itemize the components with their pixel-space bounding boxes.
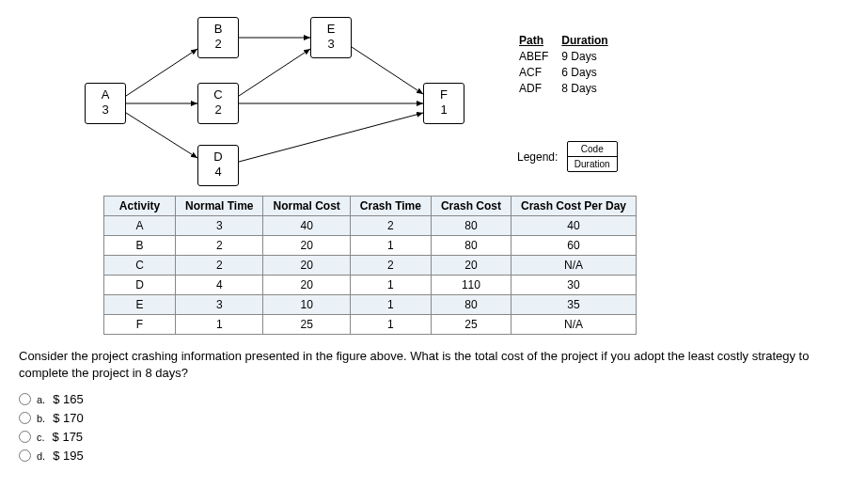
node-d: D 4	[197, 145, 239, 186]
table-cell: 60	[511, 236, 636, 256]
node-duration: 1	[424, 102, 464, 118]
table-row: A34028040	[104, 216, 637, 236]
option-text: $ 195	[53, 449, 84, 463]
legend: Legend: Code Duration	[517, 141, 618, 172]
table-cell: 20	[431, 256, 511, 276]
paths-summary: Path Duration ABEF9 Days ACF6 Days ADF8 …	[517, 32, 622, 98]
node-code: C	[198, 87, 238, 102]
option-a[interactable]: a. $ 165	[19, 392, 831, 406]
path-name: ABEF	[519, 50, 559, 64]
paths-header-path: Path	[519, 34, 559, 48]
table-cell: 40	[263, 216, 350, 236]
legend-code: Code	[568, 142, 617, 157]
table-cell: 1	[176, 315, 263, 335]
legend-label: Legend:	[517, 150, 558, 164]
node-duration: 4	[198, 165, 238, 180]
svg-line-0	[126, 49, 197, 96]
table-cell: 80	[431, 236, 511, 256]
table-row: F125125N/A	[104, 315, 637, 335]
node-e: E 3	[310, 17, 352, 58]
option-b[interactable]: b. $ 170	[19, 411, 831, 425]
table-cell: 1	[350, 295, 431, 315]
th-crash-cost: Crash Cost	[431, 197, 511, 216]
legend-node: Code Duration	[567, 141, 618, 172]
node-f: F 1	[423, 83, 464, 124]
table-cell: 2	[176, 256, 263, 276]
th-normal-time: Normal Time	[176, 197, 263, 216]
node-duration: 3	[311, 37, 351, 52]
table-cell: 110	[431, 276, 511, 295]
table-cell: B	[104, 236, 176, 256]
table-cell: A	[104, 216, 176, 236]
node-code: E	[311, 22, 351, 37]
table-cell: 30	[511, 276, 636, 295]
node-b: B 2	[197, 17, 239, 58]
option-a-radio[interactable]	[19, 393, 31, 405]
table-cell: C	[104, 256, 176, 276]
node-code: B	[198, 22, 238, 37]
option-b-radio[interactable]	[19, 412, 31, 424]
legend-duration: Duration	[568, 157, 617, 171]
table-cell: 3	[176, 216, 263, 236]
table-cell: 10	[263, 295, 350, 315]
table-cell: 35	[511, 295, 636, 315]
table-cell: 3	[176, 295, 263, 315]
node-code: A	[86, 87, 125, 102]
svg-line-2	[126, 113, 197, 158]
table-cell: 25	[263, 315, 350, 335]
table-cell: 2	[176, 236, 263, 256]
path-duration: 8 Days	[561, 82, 619, 96]
option-letter: a.	[37, 394, 45, 405]
table-cell: 2	[350, 256, 431, 276]
table-cell: N/A	[511, 256, 636, 276]
option-d[interactable]: d. $ 195	[19, 449, 831, 463]
option-letter: d.	[37, 450, 45, 462]
question-text: Consider the project crashing informatio…	[19, 348, 831, 381]
table-cell: 20	[263, 236, 350, 256]
answer-options: a. $ 165 b. $ 170 c. $ 175 d. $ 195	[19, 392, 831, 463]
node-duration: 2	[198, 102, 238, 118]
node-code: D	[198, 150, 238, 165]
table-cell: D	[104, 276, 176, 295]
table-row: B22018060	[104, 236, 637, 256]
path-name: ADF	[519, 82, 559, 96]
node-code: F	[424, 87, 464, 102]
table-cell: F	[104, 315, 176, 335]
table-cell: 1	[350, 236, 431, 256]
table-cell: 80	[431, 295, 511, 315]
svg-line-6	[239, 113, 423, 162]
table-cell: 40	[511, 216, 636, 236]
table-cell: 2	[350, 216, 431, 236]
table-cell: 1	[350, 276, 431, 295]
table-cell: 25	[431, 315, 511, 335]
path-duration: 9 Days	[561, 50, 619, 64]
crash-table: Activity Normal Time Normal Cost Crash T…	[103, 196, 637, 335]
option-d-radio[interactable]	[19, 449, 31, 462]
option-c[interactable]: c. $ 175	[19, 430, 831, 444]
th-crash-time: Crash Time	[350, 197, 431, 216]
table-cell: 1	[350, 315, 431, 335]
table-row: E31018035	[104, 295, 637, 315]
option-letter: c.	[37, 432, 45, 443]
network-diagram: A 3 B 2 C 2 D 4 E 3 F 1 Path Duration AB…	[19, 9, 831, 188]
option-text: $ 170	[53, 411, 84, 425]
table-cell: N/A	[511, 315, 636, 335]
svg-line-4	[239, 49, 310, 96]
paths-header-duration: Duration	[561, 34, 619, 48]
table-cell: 20	[263, 276, 350, 295]
table-cell: 4	[176, 276, 263, 295]
table-row: C220220N/A	[104, 256, 637, 276]
node-a: A 3	[85, 83, 126, 124]
th-normal-cost: Normal Cost	[263, 197, 350, 216]
node-duration: 2	[198, 37, 238, 52]
path-name: ACF	[519, 66, 559, 80]
table-cell: 80	[431, 216, 511, 236]
path-duration: 6 Days	[561, 66, 619, 80]
table-cell: E	[104, 295, 176, 315]
node-c: C 2	[197, 83, 239, 124]
option-letter: b.	[37, 413, 45, 424]
option-c-radio[interactable]	[19, 431, 31, 443]
svg-line-7	[352, 47, 423, 94]
node-duration: 3	[86, 102, 125, 118]
option-text: $ 175	[53, 430, 84, 444]
